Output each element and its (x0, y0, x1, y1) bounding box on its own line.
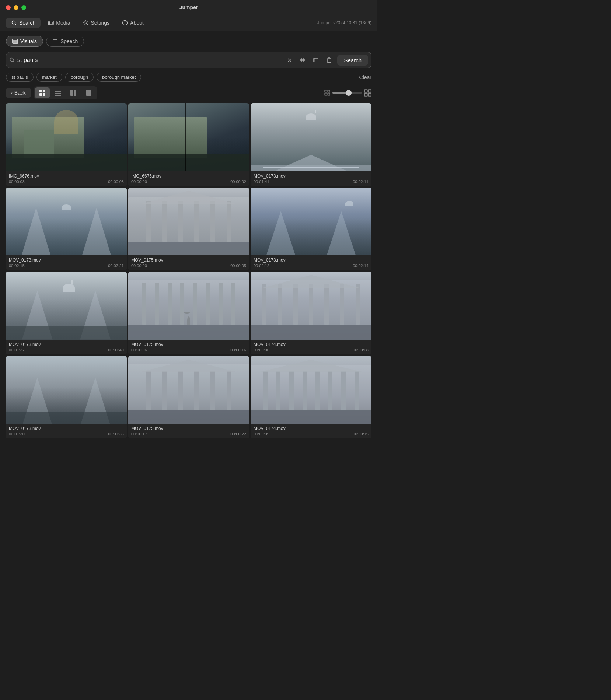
svg-rect-43 (364, 90, 367, 92)
media-time-start: 00:01:37 (9, 348, 25, 352)
media-time-start: 00:00:17 (131, 432, 147, 436)
1col-icon (85, 90, 92, 96)
media-time-end: 00:00:05 (230, 263, 246, 268)
media-filename: MOV_0174.mov (254, 342, 369, 347)
list-item[interactable]: IMG_6676.mov 00:00:03 00:00:03 (6, 103, 127, 186)
media-time-start: 00:00:03 (9, 179, 25, 184)
maximize-button[interactable] (21, 5, 26, 10)
media-time-start: 00:01:41 (254, 179, 269, 184)
media-filename: MOV_0175.mov (131, 342, 246, 347)
media-time-end: 00:02:11 (353, 179, 369, 184)
svg-rect-46 (368, 93, 371, 96)
list-item[interactable]: MOV_0175.mov 00:00:06 00:00:16 (128, 272, 249, 354)
media-filename: MOV_0175.mov (131, 258, 246, 263)
list-item[interactable]: MOV_0173.mov 00:02:12 00:02:14 (251, 188, 371, 270)
grid-view-button[interactable] (297, 54, 308, 66)
media-time-end: 00:01:40 (108, 348, 124, 352)
svg-rect-41 (325, 93, 327, 95)
tab-speech[interactable]: Speech (46, 36, 84, 47)
svg-rect-29 (39, 90, 42, 92)
view-3col-button[interactable] (50, 87, 65, 98)
media-filename: IMG_6676.mov (131, 174, 246, 179)
media-time-end: 00:00:15 (353, 432, 369, 436)
svg-rect-39 (325, 90, 327, 92)
tag-borough[interactable]: borough (65, 73, 94, 82)
app-title: Jumper (179, 4, 198, 10)
gear-icon (83, 20, 89, 26)
svg-rect-22 (314, 58, 318, 62)
toolbar: ‹ Back (0, 84, 377, 102)
mode-tabs: Visuals Speech (0, 31, 377, 50)
svg-point-16 (10, 58, 14, 62)
media-filename: MOV_0173.mov (9, 342, 124, 347)
tab-visuals-label: Visuals (20, 38, 37, 44)
svg-rect-14 (13, 40, 15, 43)
media-filename: MOV_0173.mov (254, 258, 369, 263)
svg-rect-40 (328, 90, 330, 92)
nav-media-label: Media (56, 20, 70, 26)
copy-button[interactable] (323, 54, 335, 66)
media-time-start: 00:02:15 (9, 263, 25, 268)
back-label: Back (14, 90, 26, 96)
media-filename: MOV_0173.mov (254, 174, 369, 179)
media-time-end: 00:00:22 (230, 432, 246, 436)
view-4col-button[interactable] (35, 87, 50, 98)
svg-rect-24 (317, 58, 317, 62)
list-item[interactable]: MOV_0173.mov 00:01:41 00:02:11 (251, 103, 371, 186)
svg-rect-34 (55, 93, 61, 94)
media-time-start: 00:00:00 (131, 179, 147, 184)
tag-st-pauls[interactable]: st pauls (6, 73, 34, 82)
grid-size-control (324, 89, 371, 97)
film-strip-button[interactable] (310, 54, 322, 66)
search-bar-wrapper: ✕ Search (0, 50, 377, 70)
list-item[interactable]: MOV_0173.mov 00:01:30 00:01:36 (6, 356, 127, 439)
list-item[interactable]: MOV_0175.mov 00:00:17 00:00:22 (128, 356, 249, 439)
svg-line-1 (15, 24, 17, 25)
nav-about-label: About (130, 20, 144, 26)
back-chevron-icon: ‹ (11, 90, 13, 96)
clear-tags-button[interactable]: Clear (359, 74, 371, 80)
svg-rect-36 (70, 90, 73, 96)
view-mode-group (34, 86, 97, 99)
list-item[interactable]: MOV_0173.mov 00:02:15 00:02:21 (6, 188, 127, 270)
svg-rect-42 (328, 93, 330, 95)
media-grid: IMG_6676.mov 00:00:03 00:00:03 IMG_6676.… (0, 102, 377, 444)
view-2col-button[interactable] (66, 87, 81, 98)
tag-market[interactable]: market (36, 73, 62, 82)
list-item[interactable]: MOV_0175.mov 00:00:00 00:00:05 (128, 188, 249, 270)
list-item[interactable]: MOV_0174.mov 00:00:00 00:00:08 (251, 272, 371, 354)
nav-search[interactable]: Search (6, 18, 41, 28)
clear-input-button[interactable]: ✕ (283, 54, 295, 66)
nav-settings[interactable]: Settings (78, 18, 115, 28)
traffic-lights (6, 5, 26, 10)
grid-large-icon (364, 89, 371, 97)
clipboard-icon (326, 57, 332, 63)
media-time-end: 00:00:03 (108, 179, 124, 184)
nav-about[interactable]: About (117, 18, 149, 28)
svg-point-0 (12, 21, 15, 24)
grid-small-icon (324, 90, 330, 96)
close-button[interactable] (6, 5, 11, 10)
tab-visuals[interactable]: Visuals (6, 36, 43, 47)
nav-search-label: Search (19, 20, 35, 26)
back-button[interactable]: ‹ Back (6, 88, 31, 98)
tag-borough-market[interactable]: borough market (97, 73, 141, 82)
svg-rect-37 (74, 90, 76, 96)
search-go-button[interactable]: Search (337, 55, 368, 66)
list-item[interactable]: MOV_0174.mov 00:00:09 00:00:15 (251, 356, 371, 439)
media-time-end: 00:02:21 (108, 263, 124, 268)
list-item[interactable]: MOV_0173.mov 00:01:37 00:01:40 (6, 272, 127, 354)
grid-size-slider[interactable] (332, 92, 362, 94)
nav-media[interactable]: Media (43, 18, 75, 28)
view-1col-button[interactable] (81, 87, 96, 98)
media-time-start: 00:02:12 (254, 263, 269, 268)
svg-point-9 (85, 22, 87, 24)
list-item[interactable]: IMG_6676.mov 00:00:00 00:00:02 (128, 103, 249, 186)
minimize-button[interactable] (14, 5, 18, 10)
svg-rect-30 (43, 90, 45, 92)
search-input[interactable] (17, 57, 281, 63)
svg-rect-45 (364, 93, 367, 96)
svg-rect-23 (314, 58, 315, 62)
2col-icon (70, 90, 77, 96)
search-tools: ✕ (283, 54, 335, 66)
